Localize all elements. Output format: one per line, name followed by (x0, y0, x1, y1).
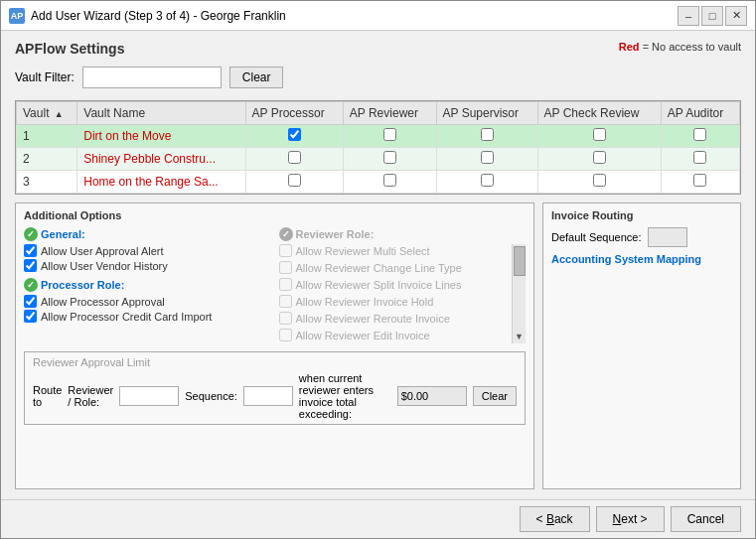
vault-filter-row: Vault Filter: Clear (15, 67, 741, 88)
allow-processor-cc-checkbox[interactable] (24, 310, 37, 323)
col-ap-auditor: AP Auditor (661, 102, 739, 125)
processor-role-text: Processor Role: (41, 279, 124, 291)
maximize-button[interactable]: □ (701, 6, 723, 26)
ap-check-review-cell (537, 148, 661, 171)
col-ap-supervisor: AP Supervisor (436, 102, 537, 125)
table-header-row: Vault ▲ Vault Name AP Processor AP Revie… (17, 102, 740, 125)
allow-vendor-history-checkbox[interactable] (24, 259, 37, 272)
ap-supervisor-cell (436, 148, 537, 171)
col-ap-reviewer: AP Reviewer (343, 102, 436, 125)
ap-processor-checkbox[interactable] (288, 174, 301, 187)
allow-processor-approval-item: Allow Processor Approval (24, 295, 271, 308)
ap-check-review-checkbox[interactable] (593, 174, 606, 187)
footer: < Back Next > Cancel (1, 499, 755, 538)
ap-supervisor-cell (436, 171, 537, 194)
reviewer-scrollbar[interactable]: ▼ (512, 244, 526, 343)
ap-reviewer-cell (343, 148, 436, 171)
allow-processor-approval-checkbox[interactable] (24, 295, 37, 308)
allow-approval-alert-checkbox[interactable] (24, 244, 37, 257)
title-bar-controls: – □ ✕ (678, 6, 747, 26)
sequence-label: Sequence: (185, 390, 237, 402)
allow-vendor-history-label: Allow User Vendor History (41, 260, 168, 272)
vault-id: 3 (17, 171, 77, 194)
scroll-down-arrow[interactable]: ▼ (515, 330, 524, 343)
reviewer-reroute-label: Allow Reviewer Reroute Invoice (296, 313, 450, 325)
sort-arrow: ▲ (55, 109, 64, 119)
window-title: Add User Wizard (Step 3 of 4) - George F… (31, 9, 286, 23)
reviewer-invoice-hold-checkbox[interactable] (279, 295, 292, 308)
table-row: 1 Dirt on the Move (17, 125, 740, 148)
vault-name: Dirt on the Move (77, 125, 245, 148)
allow-processor-cc-label: Allow Processor Credit Card Import (41, 311, 212, 323)
processor-role-group: ✓ Processor Role: Allow Processor Approv… (24, 278, 271, 323)
allow-vendor-history-item: Allow User Vendor History (24, 259, 271, 272)
ap-check-review-checkbox[interactable] (593, 151, 606, 164)
back-label: < Back (536, 512, 573, 526)
general-text: General: (41, 228, 85, 240)
exceeding-input[interactable] (397, 386, 467, 406)
ap-reviewer-checkbox[interactable] (383, 151, 396, 164)
default-seq-input[interactable] (648, 227, 687, 247)
vault-id: 1 (17, 125, 77, 148)
table-row: 3 Home on the Range Sa... (17, 171, 740, 194)
reviewer-approval-section: Reviewer Approval Limit Route to Reviewe… (24, 351, 526, 425)
reviewer-invoice-hold-label: Allow Reviewer Invoice Hold (296, 296, 434, 308)
ap-supervisor-checkbox[interactable] (481, 128, 494, 141)
ap-auditor-checkbox[interactable] (693, 128, 706, 141)
additional-options-title: Additional Options (24, 209, 526, 221)
ap-supervisor-checkbox[interactable] (481, 151, 494, 164)
general-label: ✓ General: (24, 227, 271, 241)
ap-reviewer-cell (343, 125, 436, 148)
allow-approval-alert-label: Allow User Approval Alert (41, 245, 164, 257)
cancel-button[interactable]: Cancel (671, 506, 741, 532)
reviewer-role-label: ✓ Reviewer Role: (279, 227, 527, 241)
ap-processor-checkbox[interactable] (288, 128, 301, 141)
title-bar: AP Add User Wizard (Step 3 of 4) - Georg… (1, 1, 755, 31)
ap-processor-cell (245, 148, 343, 171)
ap-reviewer-checkbox[interactable] (383, 174, 396, 187)
reviewer-split-invoice-label: Allow Reviewer Split Invoice Lines (296, 279, 462, 291)
col-ap-processor: AP Processor (245, 102, 343, 125)
legend-suffix: = No access to vault (643, 41, 741, 53)
ap-processor-cell (245, 125, 343, 148)
back-underline: B (546, 512, 554, 526)
reviewer-split-invoice-checkbox[interactable] (279, 278, 292, 291)
ap-processor-cell (245, 171, 343, 194)
reviewer-reroute-checkbox[interactable] (279, 312, 292, 325)
approval-clear-button[interactable]: Clear (473, 386, 517, 406)
sequence-input[interactable] (243, 386, 293, 406)
ap-processor-checkbox[interactable] (288, 151, 301, 164)
ap-check-review-checkbox[interactable] (593, 128, 606, 141)
legend-red: Red (619, 41, 640, 53)
reviewer-multi-select-checkbox[interactable] (279, 244, 292, 257)
close-button[interactable]: ✕ (725, 6, 747, 26)
allow-processor-approval-label: Allow Processor Approval (41, 296, 165, 308)
ap-auditor-cell (661, 125, 739, 148)
reviewer-edit-invoice-item: Allow Reviewer Edit Invoice (279, 329, 513, 341)
ap-reviewer-checkbox[interactable] (383, 128, 396, 141)
reviewer-edit-checkbox[interactable] (279, 329, 292, 341)
scroll-thumb (514, 246, 526, 276)
route-label: Route to (33, 384, 62, 408)
vault-name: Home on the Range Sa... (77, 171, 245, 194)
reviewer-change-line-checkbox[interactable] (279, 261, 292, 274)
ap-auditor-checkbox[interactable] (693, 151, 706, 164)
vault-table-container: Vault ▲ Vault Name AP Processor AP Revie… (15, 100, 741, 195)
vault-filter-input[interactable] (82, 67, 222, 88)
reviewer-split-invoice-item: Allow Reviewer Split Invoice Lines (279, 278, 513, 291)
invoice-routing-panel: Invoice Routing Default Sequence: Accoun… (542, 202, 741, 489)
back-button[interactable]: < Back (520, 506, 590, 532)
vault-filter-label: Vault Filter: (15, 70, 75, 84)
ap-auditor-checkbox[interactable] (693, 174, 706, 187)
legend-text: Red = No access to vault (619, 41, 741, 53)
reviewer-role-text: Reviewer Role: (296, 228, 375, 240)
vault-filter-clear-button[interactable]: Clear (229, 67, 284, 88)
next-button[interactable]: Next > (596, 506, 665, 532)
minimize-button[interactable]: – (678, 6, 699, 26)
reviewer-multi-select-item: Allow Reviewer Multi Select (279, 244, 513, 257)
ap-supervisor-checkbox[interactable] (481, 174, 494, 187)
ap-auditor-cell (661, 171, 739, 194)
invoice-routing-header: Invoice Routing (551, 209, 732, 221)
reviewer-reroute-item: Allow Reviewer Reroute Invoice (279, 312, 513, 325)
reviewer-role-input[interactable] (119, 386, 179, 406)
